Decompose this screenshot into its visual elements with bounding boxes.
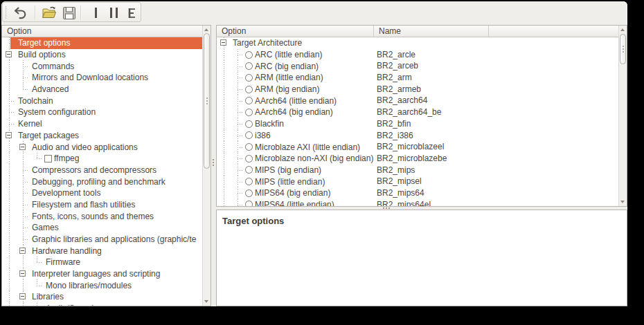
- tree-item[interactable]: Kernel: [2, 118, 202, 130]
- tree-item[interactable]: Target packages: [2, 130, 202, 142]
- toolbar-drag-handle[interactable]: [6, 6, 7, 19]
- tree-item[interactable]: Filesystem and flash utilities: [2, 199, 202, 211]
- options-list: Target ArchitectureARC (little endian)BR…: [217, 37, 618, 206]
- tree-item[interactable]: MIPS (big endian)BR2_mips: [217, 165, 618, 176]
- radio-icon[interactable]: [245, 86, 253, 93]
- radio-icon[interactable]: [245, 201, 253, 206]
- tree-item[interactable]: MIPS (little endian)BR2_mipsel: [217, 176, 618, 187]
- tree-item[interactable]: Mirrors and Download locations: [2, 72, 202, 84]
- radio-icon[interactable]: [245, 189, 253, 197]
- tree-item[interactable]: Target Architecture: [217, 37, 618, 49]
- tree-item-label: ARM (little endian): [253, 73, 323, 82]
- vertical-splitter[interactable]: [211, 25, 216, 306]
- scroll-down-arrow[interactable]: [203, 298, 211, 305]
- tree-connector: [16, 165, 30, 176]
- tree-item[interactable]: Libraries: [2, 291, 202, 303]
- expander-minus-icon[interactable]: [2, 49, 16, 61]
- expander-minus-icon[interactable]: [217, 37, 231, 49]
- tree-item[interactable]: MIPS64 (little endian)BR2_mips64el: [217, 199, 618, 206]
- undo-button[interactable]: [10, 4, 29, 21]
- symbol-name: BR2_mips: [377, 165, 415, 176]
- radio-icon[interactable]: [245, 51, 253, 59]
- tree-item[interactable]: AArch64 (little endian)BR2_aarch64: [217, 95, 618, 106]
- tree-item[interactable]: Firmware: [2, 257, 202, 268]
- tree-item[interactable]: i386BR2_i386: [217, 130, 618, 142]
- tree-item[interactable]: ARC (little endian)BR2_arcle: [217, 49, 618, 61]
- tree-item[interactable]: Graphic libraries and applications (grap…: [2, 234, 202, 245]
- tree-guide-line: [16, 257, 30, 268]
- tree-item[interactable]: ARC (big endian)BR2_arceb: [217, 60, 618, 72]
- tree-guide-line: [2, 245, 16, 257]
- tree-item[interactable]: Microblaze non-AXI (big endian)BR2_micro…: [217, 153, 618, 165]
- scrollbar-thumb[interactable]: [204, 33, 210, 169]
- expander-minus-icon[interactable]: [16, 291, 30, 303]
- expander-minus-icon[interactable]: [16, 141, 30, 153]
- radio-icon[interactable]: [245, 166, 253, 174]
- tree-item[interactable]: BlackfinBR2_bfin: [217, 118, 618, 130]
- tree-item[interactable]: Mono libraries/modules: [2, 279, 202, 291]
- config-tree-panel: Option Target optionsBuild optionsComman…: [1, 25, 211, 306]
- expander-minus-icon[interactable]: [2, 130, 16, 142]
- tree-item[interactable]: Build options: [2, 49, 202, 61]
- tree-item[interactable]: System configuration: [2, 106, 202, 118]
- tree-item[interactable]: Compressors and decompressors: [2, 165, 202, 176]
- save-button[interactable]: [60, 4, 78, 21]
- tree-guide-line: [16, 153, 30, 165]
- tree-item[interactable]: ARM (little endian)BR2_arm: [217, 72, 618, 84]
- tree-guide-line: [217, 95, 231, 106]
- tree-item[interactable]: Hardware handling: [2, 245, 202, 257]
- radio-icon[interactable]: [245, 155, 253, 162]
- tree-item[interactable]: Target options: [2, 37, 202, 49]
- tree-guide-line: [217, 176, 231, 187]
- radio-icon[interactable]: [245, 62, 253, 70]
- single-view-button[interactable]: [87, 4, 105, 21]
- open-button[interactable]: [39, 4, 58, 21]
- expander-minus-icon[interactable]: [16, 245, 30, 257]
- tree-connector: [231, 187, 244, 199]
- tree-item[interactable]: Toolchain: [2, 95, 202, 106]
- tree-item-label: Target Architecture: [231, 38, 302, 48]
- tree-item[interactable]: Games: [2, 222, 202, 234]
- radio-icon[interactable]: [245, 178, 253, 185]
- tree-item-label: MIPS (big endian): [253, 165, 321, 175]
- scroll-down-arrow[interactable]: [619, 198, 627, 205]
- tree-item[interactable]: Development tools: [2, 187, 202, 199]
- radio-icon[interactable]: [245, 97, 253, 104]
- radio-icon[interactable]: [245, 74, 253, 82]
- undo-arrow-icon: [12, 6, 28, 21]
- tree-connector: [231, 141, 244, 153]
- radio-icon[interactable]: [245, 109, 253, 116]
- tree-item-label: Mirrors and Download locations: [30, 73, 148, 82]
- tree-guide-line: [2, 234, 16, 245]
- tree-item[interactable]: Audio and video applications: [2, 141, 202, 153]
- tree-item[interactable]: Interpreter languages and scripting: [2, 268, 202, 280]
- radio-icon[interactable]: [245, 143, 253, 151]
- tree-item[interactable]: Commands: [2, 60, 202, 72]
- tree-guide-line: [2, 222, 16, 234]
- tree-guide-line: [2, 303, 16, 306]
- tree-item-label: Audio and video applications: [30, 142, 138, 152]
- tree-item[interactable]: ARM (big endian)BR2_armeb: [217, 84, 618, 95]
- expander-minus-icon[interactable]: [16, 268, 30, 280]
- scroll-up-arrow[interactable]: [203, 26, 211, 33]
- tree-item[interactable]: ffmpeg: [2, 153, 202, 165]
- tree-item[interactable]: Advanced: [2, 84, 202, 95]
- tree-guide-line: [217, 153, 231, 165]
- split-view-button[interactable]: [105, 4, 123, 21]
- scrollbar-thumb[interactable]: [620, 34, 626, 64]
- radio-icon[interactable]: [245, 120, 253, 128]
- scroll-up-arrow[interactable]: [619, 26, 627, 33]
- tree-item[interactable]: MIPS64 (big endian)BR2_mips64: [217, 187, 618, 199]
- tree-item[interactable]: Debugging, profiling and benchmark: [2, 176, 202, 187]
- tree-item[interactable]: Microblaze AXI (little endian)BR2_microb…: [217, 141, 618, 153]
- full-view-button[interactable]: [123, 4, 141, 21]
- tree-item[interactable]: Fonts, icons, sounds and themes: [2, 210, 202, 222]
- radio-icon[interactable]: [245, 131, 253, 139]
- tree-item[interactable]: Audio/Sound: [2, 303, 202, 306]
- help-panel-title: Target options: [222, 216, 284, 226]
- tree-connector: [2, 118, 16, 130]
- checkbox-icon[interactable]: [44, 155, 52, 162]
- tree-item[interactable]: AArch64 (big endian)BR2_aarch64_be: [217, 106, 618, 118]
- tree-guide-line: [2, 268, 16, 280]
- full-view-icon: [126, 7, 138, 19]
